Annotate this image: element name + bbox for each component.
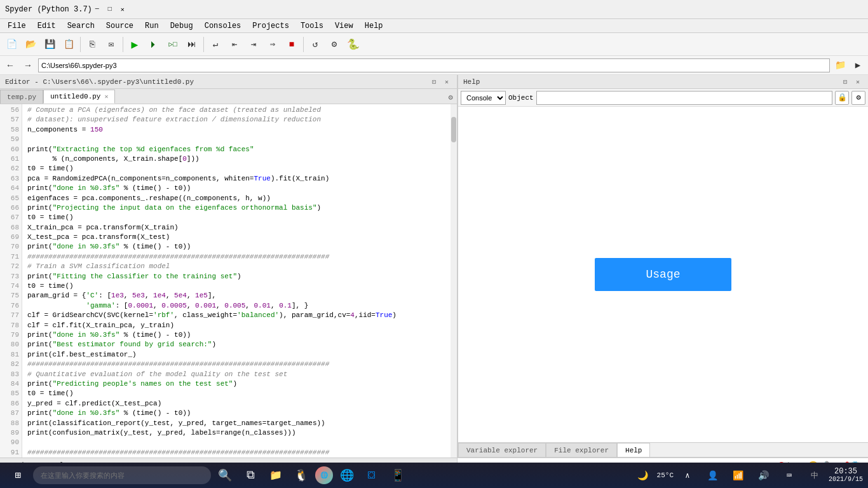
tab-file-explorer[interactable]: File explorer: [546, 443, 617, 457]
help-toolbar: Source Console Object 🔒 ⚙: [458, 89, 868, 107]
code-line-71: ########################################…: [27, 252, 445, 262]
menu-view[interactable]: View: [330, 20, 358, 32]
forward-button[interactable]: →: [20, 58, 36, 73]
tab-untitled0-label: untitled0.py: [50, 93, 100, 100]
step-over-button[interactable]: ⇒: [264, 36, 281, 53]
code-line-82: ########################################…: [27, 360, 445, 369]
taskbar-browser-icon[interactable]: 🌐: [336, 464, 358, 487]
taskbar-keyboard-icon[interactable]: ⌨: [778, 464, 801, 487]
help-content: Usage: [458, 107, 868, 442]
back-button[interactable]: ←: [3, 58, 18, 73]
taskbar-user-icon[interactable]: 👤: [702, 464, 724, 487]
start-button[interactable]: ⊞: [5, 464, 31, 486]
line-numbers: 56575859 60616263 64656667 68697071 7273…: [0, 104, 22, 458]
save-button[interactable]: 💾: [41, 36, 58, 53]
save-all-button[interactable]: 📋: [60, 36, 78, 53]
tab-variable-explorer[interactable]: Variable explorer: [458, 443, 546, 457]
restart-button[interactable]: ↺: [306, 36, 324, 53]
main-area: Editor - C:\Users\66\.spyder-py3\untitle…: [0, 75, 868, 458]
new-file-button[interactable]: 📄: [3, 36, 20, 53]
tab-untitled0-py[interactable]: untitled0.py ✕: [43, 90, 115, 104]
code-line-74: t0 = time(): [27, 281, 445, 291]
code-line-85: t0 = time(): [27, 389, 445, 398]
time-display: 20:35: [829, 467, 863, 476]
browse-button[interactable]: 📁: [832, 58, 848, 73]
email-button[interactable]: ✉: [102, 36, 120, 53]
usage-text: Usage: [646, 268, 680, 281]
tab-help[interactable]: Help: [617, 443, 650, 457]
indent-button[interactable]: ⇤: [226, 36, 243, 53]
tab-settings-btn[interactable]: ⚙: [444, 91, 457, 104]
run-button[interactable]: ▶: [126, 36, 144, 53]
object-label: Object: [508, 94, 534, 102]
toolbar-sep-2: [123, 37, 123, 52]
date-display: 2021/9/15: [829, 476, 863, 484]
menu-source[interactable]: Source: [101, 20, 139, 32]
code-line-75: param_grid = {'C': [1e3, 5e3, 1e4, 5e4, …: [27, 291, 445, 301]
menubar: File Edit Search Source Run Debug Consol…: [0, 19, 868, 33]
code-area[interactable]: 56575859 60616263 64656667 68697071 7273…: [0, 104, 457, 458]
tab-untitled0-close[interactable]: ✕: [104, 93, 108, 100]
taskbar-penguin-icon[interactable]: 🐧: [290, 464, 313, 487]
code-line-76: 'gamma': [0.0001, 0.0005, 0.001, 0.005, …: [27, 301, 445, 311]
taskbar-input-icon[interactable]: 中: [803, 464, 826, 487]
menu-edit[interactable]: Edit: [32, 20, 61, 32]
editor-scrollbar[interactable]: [451, 104, 457, 458]
help-object-input[interactable]: [536, 91, 832, 105]
menu-projects[interactable]: Projects: [247, 20, 294, 32]
copy-button[interactable]: ⎘: [83, 36, 101, 53]
main-toolbar: 📄 📂 💾 📋 ⎘ ✉ ▶ ⏵ ▷□ ⏭ ↵ ⇤ ⇥ ⇒ ■ ↺ ⚙ 🐍: [0, 33, 868, 56]
code-line-88: print(classification_report(y_test, y_pr…: [27, 419, 445, 428]
unindent-button[interactable]: ⇥: [245, 36, 262, 53]
help-close-btn[interactable]: ✕: [853, 77, 863, 87]
help-pane: Help ⊡ ✕ Source Console Object 🔒 ⚙ Usage…: [458, 75, 868, 458]
close-button[interactable]: ✕: [118, 4, 128, 15]
app-title: Spyder (Python 3.7): [5, 5, 92, 14]
editor-maximize-btn[interactable]: ⊡: [429, 77, 439, 87]
code-line-60: print("Extracting the top %d eigenfaces …: [27, 145, 445, 154]
editor-close-btn[interactable]: ✕: [442, 77, 452, 87]
run-next-button[interactable]: ⏭: [183, 36, 201, 53]
code-line-70: print("done in %0.3fs" % (time() - t0)): [27, 242, 445, 252]
taskbar-notification-icon[interactable]: 🌙: [632, 464, 654, 487]
gear-help-btn[interactable]: ⚙: [851, 91, 865, 105]
menu-tools[interactable]: Tools: [295, 20, 329, 32]
taskbar-file-icon[interactable]: 📁: [264, 464, 287, 487]
tab-temp-py[interactable]: temp.py: [0, 90, 43, 104]
menu-debug[interactable]: Debug: [165, 20, 198, 32]
menu-consoles[interactable]: Consoles: [200, 20, 247, 32]
path-input[interactable]: [38, 58, 830, 72]
taskbar-wifi-icon[interactable]: 📶: [727, 464, 750, 487]
help-source-select[interactable]: Source Console: [461, 91, 506, 105]
go-button[interactable]: ▶: [850, 58, 865, 73]
lock-button[interactable]: 🔒: [835, 91, 849, 105]
run-file-button[interactable]: ⏵: [145, 36, 163, 53]
code-editor[interactable]: # Compute a PCA (eigenfaces) on the face…: [22, 104, 451, 458]
code-line-66: print("Projecting the input data on the …: [27, 203, 445, 213]
taskbar-search-input[interactable]: [33, 466, 211, 484]
taskbar-edge-icon[interactable]: ⛋: [361, 464, 384, 487]
taskbar-search-icon[interactable]: 🔍: [214, 464, 236, 487]
help-maximize-btn[interactable]: ⊡: [840, 77, 850, 87]
open-file-button[interactable]: 📂: [22, 36, 39, 53]
taskbar-multidesktop-icon[interactable]: ⧉: [239, 464, 262, 487]
step-button[interactable]: ↵: [207, 36, 224, 53]
toolbar-sep-4: [303, 37, 304, 52]
options-button[interactable]: ⚙: [325, 36, 343, 53]
menu-run[interactable]: Run: [140, 20, 164, 32]
spyder-logo-btn[interactable]: 🐍: [344, 36, 362, 53]
taskbar-volume-icon[interactable]: 🔊: [752, 464, 775, 487]
taskbar-phone-icon[interactable]: 📱: [386, 464, 409, 487]
editor-scrollbar-thumb[interactable]: [451, 117, 456, 142]
stop-button[interactable]: ■: [283, 36, 301, 53]
menu-file[interactable]: File: [3, 20, 31, 32]
code-line-59: [27, 135, 445, 144]
maximize-button[interactable]: □: [105, 4, 115, 15]
minimize-button[interactable]: ─: [92, 4, 102, 15]
code-line-86: y_pred = clf.predict(X_test_pca): [27, 399, 445, 409]
menu-help[interactable]: Help: [360, 20, 388, 32]
taskbar-circle-icon[interactable]: 🌐: [315, 466, 333, 484]
taskbar-arrow-icon[interactable]: ∧: [676, 464, 699, 487]
run-config-button[interactable]: ▷□: [164, 36, 182, 53]
menu-search[interactable]: Search: [62, 20, 100, 32]
